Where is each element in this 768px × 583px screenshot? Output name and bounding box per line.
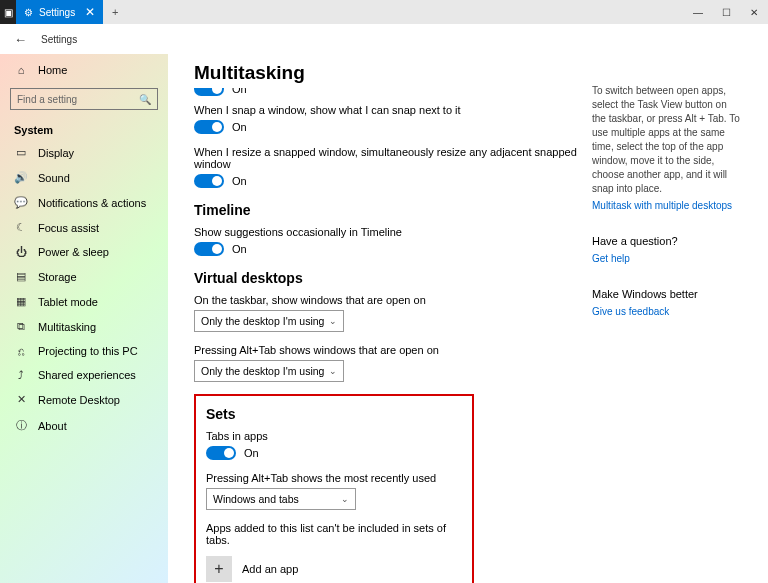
chevron-down-icon: ⌄ bbox=[329, 366, 337, 376]
sidebar-item-shared-experiences[interactable]: ⤴Shared experiences bbox=[0, 363, 168, 387]
minimize-button[interactable]: — bbox=[684, 0, 712, 24]
sidebar-icon: ⎌ bbox=[14, 345, 28, 357]
setting-label: Tabs in apps bbox=[206, 430, 462, 442]
dropdown-value: Only the desktop I'm using bbox=[201, 315, 324, 327]
sidebar-icon: ⓘ bbox=[14, 418, 28, 433]
feedback-link[interactable]: Give us feedback bbox=[592, 306, 742, 317]
sidebar-icon: 🔊 bbox=[14, 171, 28, 184]
sidebar-label: Tablet mode bbox=[38, 296, 98, 308]
setting-label: Apps added to this list can't be include… bbox=[206, 522, 462, 546]
snap-suggest-toggle[interactable] bbox=[194, 120, 224, 134]
help-heading: Have a question? bbox=[592, 235, 742, 247]
tab-close-icon[interactable]: ✕ bbox=[85, 5, 95, 19]
sidebar-item-focus-assist[interactable]: ☾Focus assist bbox=[0, 215, 168, 240]
sidebar-icon: ☾ bbox=[14, 221, 28, 234]
titlebar: ▣ ⚙ Settings ✕ + — ☐ ✕ bbox=[0, 0, 768, 24]
sets-alttab-dropdown[interactable]: Windows and tabs ⌄ bbox=[206, 488, 356, 510]
add-app-button[interactable]: + Add an app bbox=[206, 556, 462, 582]
setting-label: Show suggestions occasionally in Timelin… bbox=[194, 226, 592, 238]
page-title: Multitasking bbox=[194, 62, 592, 84]
toggle-state: On bbox=[232, 121, 247, 133]
sidebar-item-notifications-actions[interactable]: 💬Notifications & actions bbox=[0, 190, 168, 215]
sidebar-item-about[interactable]: ⓘAbout bbox=[0, 412, 168, 439]
sidebar-item-multitasking[interactable]: ⧉Multitasking bbox=[0, 314, 168, 339]
setting-label: On the taskbar, show windows that are op… bbox=[194, 294, 592, 306]
sidebar-label: Notifications & actions bbox=[38, 197, 146, 209]
app-title: Settings bbox=[41, 34, 77, 45]
home-icon: ⌂ bbox=[14, 64, 28, 76]
sidebar: ⌂ Home Find a setting 🔍 System ▭Display🔊… bbox=[0, 54, 168, 583]
toggle-state: On bbox=[232, 88, 247, 95]
search-placeholder: Find a setting bbox=[17, 94, 77, 105]
sidebar-label: Shared experiences bbox=[38, 369, 136, 381]
sidebar-item-remote-desktop[interactable]: ✕Remote Desktop bbox=[0, 387, 168, 412]
tip-text: To switch between open apps, select the … bbox=[592, 84, 742, 196]
sidebar-icon: ⤴ bbox=[14, 369, 28, 381]
main-panel: Multitasking On When I snap a window, sh… bbox=[194, 62, 592, 583]
sidebar-icon: ✕ bbox=[14, 393, 28, 406]
dropdown-value: Windows and tabs bbox=[213, 493, 299, 505]
sidebar-item-tablet-mode[interactable]: ▦Tablet mode bbox=[0, 289, 168, 314]
sidebar-label: Power & sleep bbox=[38, 246, 109, 258]
vd-alttab-dropdown[interactable]: Only the desktop I'm using ⌄ bbox=[194, 360, 344, 382]
sidebar-item-projecting-to-this-pc[interactable]: ⎌Projecting to this PC bbox=[0, 339, 168, 363]
toggle-state: On bbox=[232, 243, 247, 255]
setting-label: Pressing Alt+Tab shows the most recently… bbox=[206, 472, 462, 484]
snap-resize-toggle[interactable] bbox=[194, 174, 224, 188]
chevron-down-icon: ⌄ bbox=[329, 316, 337, 326]
sidebar-label: Sound bbox=[38, 172, 70, 184]
add-app-label: Add an app bbox=[242, 563, 298, 575]
sidebar-label: Display bbox=[38, 147, 74, 159]
sidebar-icon: ⏻ bbox=[14, 246, 28, 258]
snap-toggle[interactable] bbox=[194, 88, 224, 96]
sidebar-category: System bbox=[0, 116, 168, 140]
setting-label: When I resize a snapped window, simultan… bbox=[194, 146, 592, 170]
window-controls: — ☐ ✕ bbox=[684, 0, 768, 24]
search-icon: 🔍 bbox=[139, 94, 151, 105]
section-timeline: Timeline bbox=[194, 202, 592, 218]
sidebar-label: About bbox=[38, 420, 67, 432]
close-button[interactable]: ✕ bbox=[740, 0, 768, 24]
toggle-state: On bbox=[232, 175, 247, 187]
aside-panel: To switch between open apps, select the … bbox=[592, 62, 742, 583]
header: ← Settings bbox=[0, 24, 768, 54]
content: Multitasking On When I snap a window, sh… bbox=[168, 54, 768, 583]
tab-settings[interactable]: ⚙ Settings ✕ bbox=[16, 0, 103, 24]
sidebar-label: Multitasking bbox=[38, 321, 96, 333]
timeline-toggle[interactable] bbox=[194, 242, 224, 256]
sidebar-icon: ▦ bbox=[14, 295, 28, 308]
new-tab-button[interactable]: + bbox=[103, 0, 127, 24]
maximize-button[interactable]: ☐ bbox=[712, 0, 740, 24]
section-sets: Sets bbox=[206, 406, 462, 422]
sidebar-label: Home bbox=[38, 64, 67, 76]
feedback-heading: Make Windows better bbox=[592, 288, 742, 300]
tabs-in-apps-toggle[interactable] bbox=[206, 446, 236, 460]
sidebar-label: Projecting to this PC bbox=[38, 345, 138, 357]
tab-app-icon: ▣ bbox=[0, 0, 16, 24]
sidebar-label: Storage bbox=[38, 271, 77, 283]
sidebar-icon: ▤ bbox=[14, 270, 28, 283]
get-help-link[interactable]: Get help bbox=[592, 253, 742, 264]
sidebar-icon: ⧉ bbox=[14, 320, 28, 333]
tab-label: Settings bbox=[39, 7, 75, 18]
vd-taskbar-dropdown[interactable]: Only the desktop I'm using ⌄ bbox=[194, 310, 344, 332]
search-input[interactable]: Find a setting 🔍 bbox=[10, 88, 158, 110]
sidebar-icon: ▭ bbox=[14, 146, 28, 159]
setting-label: When I snap a window, show what I can sn… bbox=[194, 104, 592, 116]
sidebar-item-power-sleep[interactable]: ⏻Power & sleep bbox=[0, 240, 168, 264]
sidebar-item-home[interactable]: ⌂ Home bbox=[0, 58, 168, 82]
plus-icon: + bbox=[206, 556, 232, 582]
sidebar-icon: 💬 bbox=[14, 196, 28, 209]
sets-highlight-box: Sets Tabs in apps On Pressing Alt+Tab sh… bbox=[194, 394, 474, 583]
sidebar-item-storage[interactable]: ▤Storage bbox=[0, 264, 168, 289]
sidebar-item-sound[interactable]: 🔊Sound bbox=[0, 165, 168, 190]
section-virtual-desktops: Virtual desktops bbox=[194, 270, 592, 286]
chevron-down-icon: ⌄ bbox=[341, 494, 349, 504]
gear-icon: ⚙ bbox=[24, 7, 33, 18]
toggle-state: On bbox=[244, 447, 259, 459]
back-button[interactable]: ← bbox=[14, 32, 27, 47]
tip-link[interactable]: Multitask with multiple desktops bbox=[592, 200, 742, 211]
sidebar-label: Remote Desktop bbox=[38, 394, 120, 406]
sidebar-item-display[interactable]: ▭Display bbox=[0, 140, 168, 165]
setting-label: Pressing Alt+Tab shows windows that are … bbox=[194, 344, 592, 356]
